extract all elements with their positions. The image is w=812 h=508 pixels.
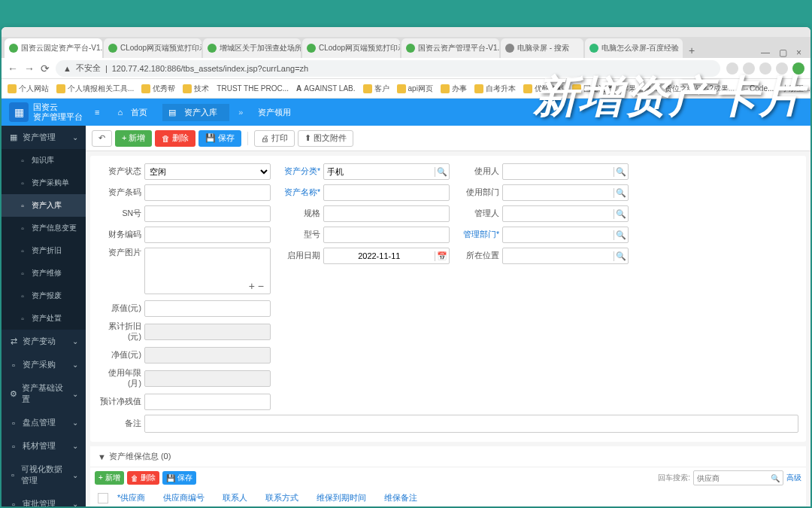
sidebar-item-disposal[interactable]: ▫资产处置 [2,307,86,330]
col-contact[interactable]: 联系人 [223,493,247,503]
back-button[interactable]: ← [8,62,18,75]
add-image-icon[interactable]: + [249,280,258,292]
browser-tab[interactable]: CLodop网页端预览打印示例_2 [104,38,201,58]
extension-icon[interactable] [759,62,771,75]
bookmark-item[interactable]: 苹果上报... [621,84,657,94]
bookmark-item[interactable]: 货位之编号?-?成果... [665,84,735,94]
sidebar-item-inventory[interactable]: ▫盘点管理⌄ [2,411,86,434]
sidebar-item-scrap[interactable]: ▫资产报废 [2,284,86,307]
section-search-input[interactable]: 🔍 [693,470,783,485]
address-field[interactable]: ▲ 不安全 | 120.77.42.180:886/tbs_assets/ind… [56,60,720,77]
bookmark-item[interactable]: 办事 [441,84,467,94]
advanced-search-link[interactable]: 高级 [786,473,801,483]
menu-toggle-icon[interactable]: ≡ [95,108,99,117]
close-window-icon[interactable]: × [796,47,801,58]
new-tab-button[interactable]: + [684,43,699,58]
section-header[interactable]: ▼资产维保信息 (0) [90,446,806,467]
mgr-lookup[interactable]: 🔍 [502,205,629,222]
sidebar-item-purchase-order[interactable]: ▫资产采购单 [2,172,86,194]
col-phone[interactable]: 联系方式 [265,493,298,503]
search-icon[interactable]: 🔍 [614,251,628,261]
forward-button[interactable]: → [24,62,35,75]
fincode-input[interactable] [144,227,271,243]
browser-tab[interactable]: 国资云资产管理平台-V1.0.0 [401,38,499,58]
section-add-button[interactable]: + 新增 [95,471,124,485]
attachment-button[interactable]: ⬆图文附件 [298,130,353,147]
dept-lookup[interactable]: 🔍 [502,184,629,201]
save-button[interactable]: 💾保存 [198,130,241,147]
bookmark-item[interactable]: 国定资产 [572,84,614,94]
back-button[interactable]: ↶ [92,130,112,147]
sidebar-item-info-change[interactable]: ▫资产信息变更 [2,217,86,239]
bookmark-item[interactable]: 优秀帮 [141,84,175,94]
mgrdept-lookup[interactable]: 🔍 [502,227,629,243]
section-save-button[interactable]: 💾保存 [162,471,196,485]
breadcrumb-item[interactable]: ▤ 资产入库 [162,104,229,121]
remove-image-icon[interactable]: − [258,280,267,292]
image-upload[interactable]: +− [144,248,271,294]
bookmark-item[interactable]: AAGAINST LAB. [296,84,355,93]
sidebar-item-asset-in[interactable]: ▫资产入库 [2,194,86,217]
sidebar-item-visualization[interactable]: ▫可视化数据管理⌄ [2,458,86,492]
bookmark-item[interactable]: 个人填报相关工具... [56,84,134,94]
remark-input[interactable] [144,415,798,433]
sidebar-item-repair[interactable]: ▫资产维修 [2,262,86,284]
location-lookup[interactable]: 🔍 [502,248,629,264]
delete-button[interactable]: 🗑删除 [155,130,195,147]
sidebar-item-approval[interactable]: ▫审批管理⌄ [2,492,86,506]
section-delete-button[interactable]: 🗑删除 [127,471,159,485]
sidebar-item-base-settings[interactable]: ⚙资产基础设置⌄ [2,376,86,411]
startdate-input[interactable]: 📅 [323,248,450,264]
estnet-input[interactable] [144,394,271,410]
select-all-checkbox[interactable] [98,493,108,503]
col-supplier[interactable]: *供应商 [117,493,145,503]
bookmark-item[interactable]: 小朋王... [781,84,810,94]
browser-tab[interactable]: 国资云固定资产平台-V1.0.0× [5,38,102,58]
col-remark[interactable]: 维保备注 [384,493,417,503]
status-select[interactable]: 空闲 [144,163,271,180]
sidebar-item-procurement[interactable]: ▫资产采购⌄ [2,353,86,376]
category-lookup[interactable]: 🔍 [323,163,450,180]
browser-tab[interactable]: 电脑怎么录屏-百度经验 [585,38,683,58]
sidebar-item-knowledge[interactable]: ▫知识库 [2,149,86,172]
bookmark-item[interactable]: 优酷资料 [523,84,565,94]
maximize-icon[interactable]: ▢ [779,47,787,58]
bookmark-item[interactable]: api网页 [397,84,433,94]
add-button[interactable]: + 新增 [115,130,152,147]
user-lookup[interactable]: 🔍 [502,163,629,180]
model-input[interactable] [323,227,450,243]
bookmark-item[interactable]: 技术 [183,84,209,94]
search-icon[interactable]: 🔍 [614,188,628,198]
minimize-icon[interactable]: — [761,47,770,58]
sidebar-item-consumables[interactable]: ▫耗材管理⌄ [2,434,86,458]
bookmark-item[interactable]: →Code... [742,84,774,93]
col-expiry[interactable]: 维保到期时间 [317,493,366,503]
name-input[interactable] [323,184,450,201]
search-icon[interactable]: 🔍 [435,167,449,177]
bookmark-item[interactable]: 自考升本 [474,84,516,94]
extension-icon[interactable] [776,62,788,75]
browser-tab[interactable]: CLodop网页端预览打印示例 [302,38,400,58]
bookmark-item[interactable]: 客户 [363,84,389,94]
sidebar-item-depreciation[interactable]: ▫资产折旧 [2,239,86,262]
sn-input[interactable] [144,205,271,222]
reload-button[interactable]: ⟳ [41,62,50,75]
barcode-input[interactable] [144,184,271,201]
browser-tab[interactable]: 电脑录屏 - 搜索 [501,38,583,58]
col-supplier-no[interactable]: 供应商编号 [163,493,205,503]
extension-icon[interactable] [743,62,755,75]
print-button[interactable]: 🖨打印 [254,130,295,147]
extension-icon[interactable] [726,62,738,75]
search-icon[interactable]: 🔍 [614,230,628,240]
breadcrumb-item[interactable]: 资产领用 [252,104,297,121]
spec-input[interactable] [323,205,450,222]
sidebar-item-asset-mgmt[interactable]: ▦资产管理⌄ [2,126,86,149]
price-input[interactable] [144,300,271,317]
search-icon[interactable]: 🔍 [614,167,628,177]
bookmark-item[interactable]: 个人网站 [8,84,49,94]
calendar-icon[interactable]: 📅 [435,251,449,261]
bookmark-item[interactable]: TRUST THE PROC... [217,84,289,93]
browser-tab[interactable]: 增城区关于加强查处场所管控的... [203,38,301,58]
sidebar-item-asset-change[interactable]: ⇄资产变动⌄ [2,330,86,353]
extension-icon[interactable] [792,62,804,75]
